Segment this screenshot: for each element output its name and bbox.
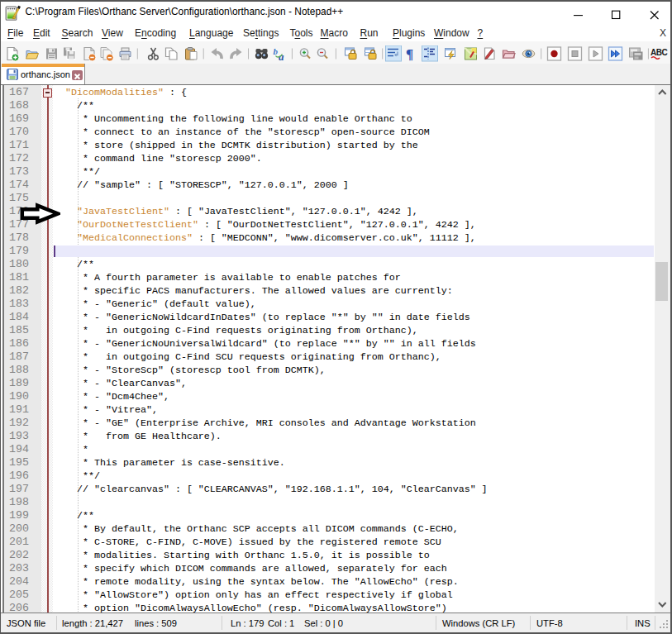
svg-text:¶: ¶ xyxy=(406,46,413,62)
svg-text:ABC: ABC xyxy=(651,47,667,56)
svg-text:b: b xyxy=(274,45,279,55)
